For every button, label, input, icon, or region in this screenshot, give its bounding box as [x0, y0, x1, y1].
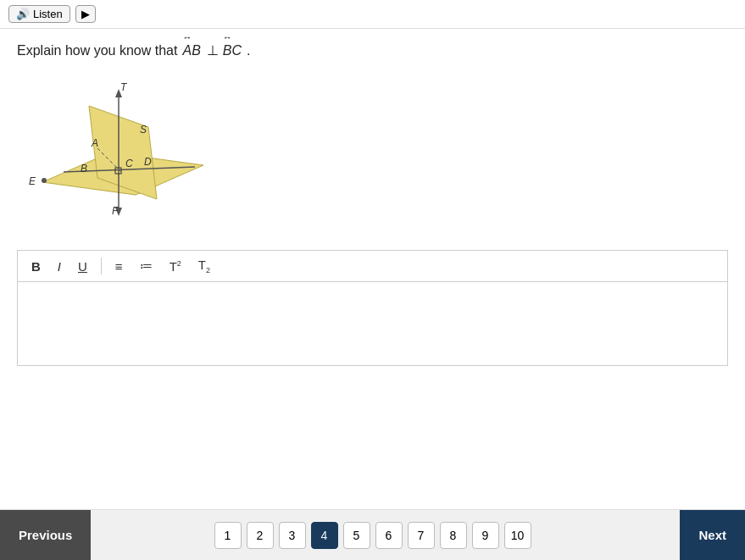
- play-button[interactable]: ▶: [75, 5, 96, 23]
- next-button[interactable]: Next: [680, 510, 745, 560]
- svg-text:E: E: [29, 175, 36, 187]
- geometry-diagram: T A S B C D E F: [17, 72, 212, 241]
- italic-button[interactable]: I: [54, 258, 64, 275]
- listen-button[interactable]: 🔊 Listen: [8, 5, 70, 23]
- editor-toolbar: B I U ≡ ≔ T2 T2: [17, 250, 728, 281]
- svg-text:T: T: [120, 81, 128, 93]
- page-7[interactable]: 7: [408, 522, 435, 549]
- svg-text:C: C: [125, 158, 133, 169]
- svg-text:D: D: [144, 156, 152, 168]
- page-10[interactable]: 10: [504, 522, 531, 549]
- play-icon: ▶: [81, 8, 90, 20]
- page-3[interactable]: 3: [279, 522, 306, 549]
- page-1[interactable]: 1: [214, 522, 242, 549]
- svg-text:S: S: [140, 124, 147, 136]
- page-4[interactable]: 4: [311, 522, 338, 549]
- page-numbers: 1 2 3 4 5 6 7 8 9 10: [214, 522, 531, 549]
- editor-area[interactable]: [17, 281, 728, 366]
- unordered-list-button[interactable]: ≡: [112, 258, 126, 275]
- math-notation: ↔ AB ⊥ ↔ BC: [182, 42, 242, 58]
- diagram-container: T A S B C D E F: [17, 72, 212, 241]
- page-6[interactable]: 6: [375, 522, 403, 549]
- speaker-icon: 🔊: [16, 8, 30, 20]
- pagination: Previous 1 2 3 4 5 6 7 8 9 10 Next: [0, 509, 745, 560]
- page-2[interactable]: 2: [247, 522, 274, 549]
- listen-label: Listen: [33, 8, 63, 20]
- question-period: .: [247, 43, 250, 58]
- underline-button[interactable]: U: [75, 258, 91, 275]
- content-area: Explain how you know that ↔ AB ⊥ ↔ BC .: [0, 29, 745, 374]
- ordered-list-button[interactable]: ≔: [136, 257, 156, 275]
- page-9[interactable]: 9: [472, 522, 499, 549]
- question-text: Explain how you know that ↔ AB ⊥ ↔ BC .: [17, 42, 728, 58]
- svg-text:F: F: [112, 205, 119, 217]
- svg-text:A: A: [91, 137, 98, 149]
- question-prefix: Explain how you know that: [17, 43, 177, 58]
- page-5[interactable]: 5: [343, 522, 370, 549]
- subscript-button[interactable]: T2: [195, 256, 214, 276]
- page-8[interactable]: 8: [440, 522, 467, 549]
- toolbar-divider-1: [101, 258, 102, 274]
- bold-button[interactable]: B: [28, 258, 44, 275]
- top-bar: 🔊 Listen ▶: [0, 0, 745, 29]
- superscript-button[interactable]: T2: [166, 258, 185, 275]
- svg-text:B: B: [81, 163, 87, 175]
- svg-point-7: [42, 178, 47, 183]
- previous-button[interactable]: Previous: [0, 510, 91, 560]
